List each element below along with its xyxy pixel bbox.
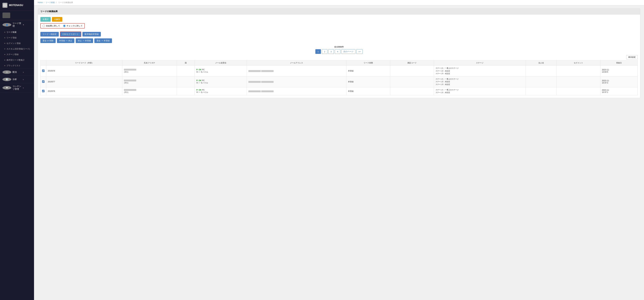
checkbox-cell[interactable]	[40, 76, 46, 87]
name-blurred	[124, 89, 136, 91]
pause-to-main-button[interactable]: 休止 ⇒ 本登録	[76, 38, 93, 43]
time-value: 10:37:1	[602, 91, 608, 93]
mail-icon: ✉	[2, 70, 11, 74]
lead-status-cell: 本登録	[346, 76, 390, 87]
mail-p-cell: P: OK PC	[196, 89, 245, 91]
mail-mobile-blurred	[261, 90, 274, 92]
sidebar-item-segment-register[interactable]: セグメント登録	[0, 41, 34, 46]
col-stage: ステージ	[434, 60, 526, 66]
mail-send-cell: P: OK PC M: /- モバイル	[195, 76, 247, 87]
main-content: Home / リード検索 / リードの検索結果 リードの検索結果 全選択 全解除	[34, 0, 644, 300]
mail-address-cell	[247, 87, 346, 95]
withdraw-delete-button[interactable]: 退会 or 削除	[40, 38, 56, 43]
sidebar-section-label-lead: リード管理	[12, 22, 21, 28]
action-toolbar-2: 退会 or 削除 本登録 ⇒ 休止 休止 ⇒ 本登録 退会 ⇒ 本登録	[40, 38, 638, 43]
checkbox-cell[interactable]	[40, 87, 46, 95]
page-3-button[interactable]: 3	[328, 49, 334, 54]
row-checkbox[interactable]	[42, 80, 44, 83]
select-all-button[interactable]: 全選択	[40, 17, 51, 22]
sidebar-section-header-analysis[interactable]: 📊 分析 ∨	[0, 76, 34, 83]
total-count: 全10066件	[40, 46, 638, 48]
radio-selection-box: 全結果に対して チェックに対して	[40, 23, 85, 29]
csv-export-button[interactable]: CSVエクスポート	[60, 32, 81, 37]
mail-type-m: モバイル	[200, 82, 208, 84]
sidebar-section-header-delivery[interactable]: ✉ 配信 ∨	[0, 69, 34, 76]
name-cell: (男性)	[122, 87, 177, 95]
sidebar-section-header-lead-management[interactable]: 👤 リード管理 ▼	[0, 20, 34, 30]
gender-cell: (男性)	[124, 82, 175, 84]
mail-pc-blurred	[248, 70, 261, 72]
stage1: ステージ1：一番上のステージ	[436, 78, 524, 81]
total-count-label: 全10066件	[334, 46, 344, 48]
col-lead-status: リード状態	[346, 60, 390, 66]
sidebar-logo: MOTENASU	[0, 0, 34, 11]
dot-icon	[4, 32, 5, 33]
deselect-all-button[interactable]: 全解除	[52, 17, 62, 22]
radio-checked[interactable]: チェックに対して	[63, 25, 82, 27]
sidebar-item-lead-count[interactable]: 条件別リード数集計	[0, 57, 34, 63]
breadcrumb-lead-search[interactable]: リード検索	[46, 2, 55, 4]
stage1: ステージ1：一番上のステージ	[436, 67, 524, 70]
withdraw-to-main-button[interactable]: 退会 ⇒ 本登録	[94, 38, 112, 43]
row-checkbox[interactable]	[42, 90, 44, 92]
radio-all-results-input[interactable]	[42, 25, 45, 27]
chevron-down-icon: ▼	[23, 24, 32, 26]
sidebar-section-label-analysis: 分析	[12, 78, 21, 81]
stage2: ステージ2：未設定	[436, 80, 524, 83]
page-2-button[interactable]: 2	[322, 49, 328, 54]
mail-mobile-blurred	[261, 70, 274, 72]
radio-all-results[interactable]: 全結果に対して	[42, 25, 60, 27]
lead-status-cell: 本登録	[346, 87, 390, 95]
mail-type-m: モバイル	[200, 91, 208, 93]
dot-icon	[4, 37, 5, 38]
name-cell: (男性)	[122, 76, 177, 87]
col-name-furigana: 氏名フリガナ	[122, 60, 177, 66]
col-registered-date: 登録日	[600, 60, 638, 66]
main-to-pause-button[interactable]: 本登録 ⇒ 休止	[57, 38, 74, 43]
user-area	[0, 11, 34, 20]
radio-all-results-label: 全結果に対して	[46, 25, 60, 27]
sidebar-item-lead-search[interactable]: リード検索	[0, 30, 34, 35]
breadcrumb-home[interactable]: Home	[38, 2, 43, 4]
sidebar-item-stage-register[interactable]: ステージ登録	[0, 52, 34, 57]
name-cell: (男性)	[122, 66, 177, 77]
content-area: リードの検索結果 全選択 全解除 全結果に対して	[34, 5, 644, 300]
sidebar-section-analysis: 📊 分析 ∨	[0, 76, 34, 83]
user-avatar	[2, 13, 10, 18]
next-page-button[interactable]: 次のページ	[341, 49, 356, 54]
mail-pc-blurred	[248, 81, 261, 83]
sidebar-item-lead-register[interactable]: リード登録	[0, 35, 34, 41]
mail-type-p: PC	[202, 79, 204, 82]
col-lead-code: リードコード（外部）	[46, 60, 122, 66]
mail-mobile-blurred	[261, 81, 274, 83]
bulk-settings-button[interactable]: リード一括設定	[40, 32, 59, 37]
col-segment: セグメント	[556, 60, 600, 66]
date-cell: 2023-11- 10:37:3	[600, 76, 638, 87]
sidebar-item-custom-field[interactable]: カスタム項目登録(リード)	[0, 46, 34, 52]
col-mail-address: メールアドレス	[247, 60, 346, 66]
sidebar-section-header-content[interactable]: 💬 コンテンツ管理 ∨	[0, 83, 34, 92]
time-value: 10:37:3	[602, 82, 608, 84]
col-measure-code: 測定コード	[390, 60, 434, 66]
mail-send-cell: P: OK PC M: /- モバイル	[195, 87, 247, 95]
pagination: 1 2 3 4 次のページ >>	[40, 49, 638, 54]
col-country: 国	[177, 60, 195, 66]
table-header-row: リードコード（外部） 氏名フリガナ 国 メール送受信 メールアドレス リード状態…	[40, 60, 638, 66]
row-checkbox[interactable]	[42, 70, 44, 72]
company-cell	[526, 87, 556, 95]
sidebar-section-delivery: ✉ 配信 ∨	[0, 69, 34, 76]
last-page-button[interactable]: >>	[356, 49, 363, 54]
stage-cell: ステージ1：一番上のステージ ステージ2：未設定	[434, 87, 526, 95]
results-panel: リードの検索結果 全選択 全解除 全結果に対して	[38, 8, 640, 98]
sidebar-item-label: リード検索	[6, 31, 16, 34]
sidebar-item-blacklist[interactable]: ブラックリスト	[0, 63, 34, 68]
mail-m-status: M: /-	[196, 82, 200, 84]
page-4-button[interactable]: 4	[335, 49, 340, 54]
page-1-button[interactable]: 1	[315, 49, 321, 54]
checkbox-cell[interactable]	[40, 66, 46, 77]
brochure-register-button[interactable]: 配布物請求登録	[82, 32, 101, 37]
display-settings-button[interactable]: 表示設定	[626, 55, 638, 59]
radio-container: 全結果に対して チェックに対して	[40, 23, 638, 30]
mail-p-status: P: OK	[196, 69, 201, 71]
radio-checked-input[interactable]	[63, 25, 66, 27]
